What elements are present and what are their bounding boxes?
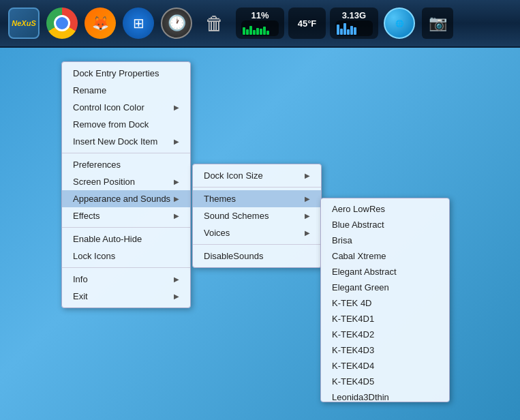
- arrow-icon: ▶: [174, 292, 179, 300]
- menu-item-sound-schemes[interactable]: Sound Schemes ▶: [193, 207, 321, 224]
- theme-item-brisa[interactable]: Brisa: [321, 232, 449, 248]
- menu-separator-2: [62, 227, 190, 228]
- menu-item-rename[interactable]: Rename: [62, 82, 190, 99]
- theme-item-ktek4d2[interactable]: K-TEK4D2: [321, 327, 449, 342]
- clock-dock-icon[interactable]: 🕐: [159, 6, 194, 40]
- arrow-icon: ▶: [174, 104, 179, 111]
- menu-item-effects[interactable]: Effects ▶: [62, 207, 190, 224]
- theme-item-ktek4d3[interactable]: K-TEK4D3: [321, 342, 449, 358]
- dock: NeXuS 🦊 ⊞ 🕐 🗑 11% 45°F 3.13G: [0, 0, 520, 48]
- menu-item-lock-icons[interactable]: Lock Icons: [62, 247, 190, 265]
- chrome-dock-icon[interactable]: [45, 6, 79, 40]
- menu-separator-3: [62, 267, 190, 268]
- theme-item-blue-abstract[interactable]: Blue Abstract: [321, 217, 449, 232]
- arrow-icon: ▶: [305, 172, 310, 179]
- windows-dock-icon[interactable]: ⊞: [121, 6, 155, 40]
- temp-value: 45°F: [298, 18, 317, 29]
- menu-separator-a2: [193, 244, 321, 245]
- menu-item-preferences[interactable]: Preferences: [62, 156, 190, 173]
- menu-item-control-icon-color[interactable]: Control Icon Color ▶: [62, 99, 190, 116]
- themes-menu: Aero LowRes Blue Abstract Brisa Cabal Xt…: [320, 198, 450, 402]
- menu-item-voices[interactable]: Voices ▶: [193, 224, 321, 241]
- firefox-dock-icon[interactable]: 🦊: [83, 6, 117, 40]
- arrow-icon: ▶: [305, 195, 310, 202]
- network-widget: 3.13G: [330, 7, 378, 39]
- theme-item-cabal-xtreme[interactable]: Cabal Xtreme: [321, 248, 449, 264]
- nexus-label: NeXuS: [12, 19, 35, 27]
- arrow-icon: ▶: [174, 178, 179, 185]
- menu-item-remove-from-dock[interactable]: Remove from Dock: [62, 116, 190, 133]
- arrow-icon: ▶: [174, 212, 179, 220]
- menu-item-dock-icon-size[interactable]: Dock Icon Size ▶: [193, 167, 321, 184]
- theme-item-elegant-abstract[interactable]: Elegant Abstract: [321, 264, 449, 280]
- cpu-graph: [241, 20, 279, 36]
- theme-item-leonida[interactable]: Leonida3Dthin: [321, 389, 449, 402]
- menu-item-appearance-sounds[interactable]: Appearance and Sounds ▶: [62, 190, 190, 207]
- theme-item-ktek4d4[interactable]: K-TEK4D4: [321, 358, 449, 374]
- cpu-widget: 11%: [236, 7, 284, 39]
- menu-item-dock-entry-props[interactable]: Dock Entry Properties: [62, 65, 190, 82]
- main-context-menu: Dock Entry Properties Rename Control Ico…: [61, 61, 191, 308]
- menu-item-info[interactable]: Info ▶: [62, 271, 190, 288]
- theme-item-aero-lowres[interactable]: Aero LowRes: [321, 201, 449, 217]
- menu-separator-a1: [193, 187, 321, 188]
- globe-dock-icon[interactable]: 🌐: [382, 6, 416, 40]
- network-value: 3.13G: [342, 10, 366, 20]
- arrow-icon: ▶: [174, 275, 179, 283]
- camera-dock-icon[interactable]: 📷: [420, 6, 455, 40]
- menu-item-screen-position[interactable]: Screen Position ▶: [62, 173, 190, 190]
- trash-dock-icon[interactable]: 🗑: [198, 6, 232, 40]
- theme-item-ktek4d1[interactable]: K-TEK4D1: [321, 311, 449, 327]
- arrow-icon: ▶: [305, 212, 310, 220]
- theme-item-ktek4d5[interactable]: K-TEK4D5: [321, 374, 449, 389]
- menu-separator-1: [62, 153, 190, 153]
- arrow-icon: ▶: [305, 229, 310, 237]
- menu-item-exit[interactable]: Exit ▶: [62, 288, 190, 305]
- menu-item-enable-auto-hide[interactable]: Enable Auto-Hide: [62, 230, 190, 247]
- network-graph: [335, 20, 373, 36]
- menu-item-themes[interactable]: Themes ▶: [193, 190, 321, 207]
- temp-widget: 45°F: [288, 7, 326, 39]
- arrow-icon: ▶: [174, 195, 179, 202]
- arrow-icon: ▶: [174, 138, 179, 145]
- appearance-sounds-menu: Dock Icon Size ▶ Themes ▶ Sound Schemes …: [192, 164, 322, 268]
- menu-item-insert-dock-item[interactable]: Insert New Dock Item ▶: [62, 133, 190, 150]
- nexus-dock-icon[interactable]: NeXuS: [7, 6, 41, 40]
- menu-item-disable-sounds[interactable]: DisableSounds: [193, 247, 321, 265]
- theme-item-ktek4d[interactable]: K-TEK 4D: [321, 295, 449, 311]
- theme-item-elegant-green[interactable]: Elegant Green: [321, 280, 449, 295]
- cpu-percent: 11%: [251, 10, 269, 20]
